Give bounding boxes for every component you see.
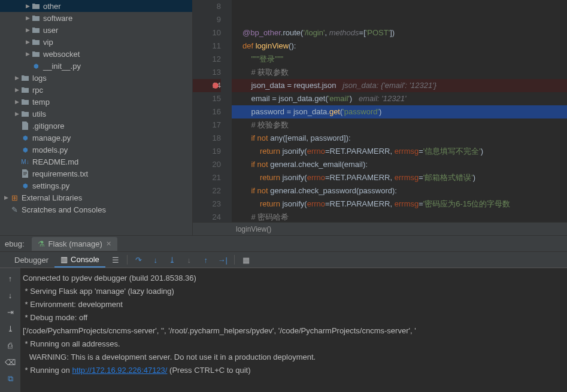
tab-console[interactable]: ▥ Console: [54, 253, 105, 268]
python-console-icon[interactable]: ⧉: [4, 372, 17, 385]
tree-item-requirements-txt[interactable]: requirements.txt: [0, 168, 192, 180]
tree-item-other[interactable]: ▶other: [0, 0, 192, 12]
step-out-icon[interactable]: ↑: [201, 254, 211, 265]
line-number[interactable]: 12: [193, 53, 221, 66]
tree-item-websocket[interactable]: ▶websocket: [0, 48, 192, 60]
tab-debugger[interactable]: Debugger: [8, 253, 54, 267]
tree-label: README.md: [32, 157, 78, 166]
line-number[interactable]: 21: [193, 171, 221, 184]
code-line[interactable]: # 校验参数: [232, 118, 567, 132]
tree-label: settings.py: [32, 181, 69, 190]
line-number[interactable]: 10: [193, 26, 221, 39]
code-line[interactable]: return jsonify(errno=RET.PARAMERR, errms…: [232, 197, 567, 211]
tree-item-manage-py[interactable]: ⬢manage.py: [0, 132, 192, 144]
code-line[interactable]: @bp_other.route('/login', methods=['POST…: [232, 26, 567, 39]
step-into-my-icon[interactable]: ⤓: [167, 254, 178, 265]
line-number[interactable]: 15: [193, 92, 221, 105]
line-number[interactable]: 16: [193, 105, 221, 118]
code-line[interactable]: [232, 13, 567, 26]
code-editor[interactable]: 89101112131415161718192021222324 @bp_oth…: [193, 0, 567, 235]
console-line: * Debug mode: off: [23, 311, 565, 324]
tree-item-rpc[interactable]: ▶rpc: [0, 84, 192, 96]
line-number[interactable]: 19: [193, 145, 221, 158]
chevron-icon: ▶: [24, 15, 31, 21]
run-to-cursor-icon[interactable]: →|: [217, 254, 228, 265]
console-line: Connected to pydev debugger (build 201.8…: [23, 272, 565, 285]
code-line[interactable]: def loginView():: [232, 39, 567, 53]
line-number[interactable]: 22: [193, 184, 221, 197]
tree-item-user[interactable]: ▶user: [0, 24, 192, 36]
file-icon: [20, 121, 30, 130]
tree-item---init---py[interactable]: ⬢__init__.py: [0, 60, 192, 72]
code-line[interactable]: [232, 0, 567, 13]
tree-item-software[interactable]: ▶software: [0, 12, 192, 24]
md-icon: M↓: [20, 157, 30, 166]
code-line[interactable]: """登录""": [232, 53, 567, 66]
chevron-icon: ▶: [24, 27, 31, 33]
code-line[interactable]: if not general.check_password(password):: [232, 184, 567, 197]
line-number[interactable]: 24: [193, 211, 221, 222]
project-tree[interactable]: ▶other▶software▶user▶vip▶websocket⬢__ini…: [0, 0, 193, 235]
close-icon[interactable]: ✕: [106, 240, 111, 248]
code-area[interactable]: @bp_other.route('/login', methods=['POST…: [232, 0, 567, 222]
tree-item-utils[interactable]: ▶utils: [0, 108, 192, 120]
run-config-tab[interactable]: ⚗ Flask (manage) ✕: [32, 237, 117, 251]
code-line[interactable]: # 密码哈希: [232, 211, 567, 222]
tree-item-logs[interactable]: ▶logs: [0, 72, 192, 84]
code-line[interactable]: if not any([email, password]):: [232, 132, 567, 145]
folder-icon: [20, 98, 30, 106]
tree-item-settings-py[interactable]: ⬢settings.py: [0, 180, 192, 192]
breakpoint-icon[interactable]: [213, 83, 219, 89]
soft-wrap-icon[interactable]: ⇥: [4, 305, 17, 318]
code-line[interactable]: # 获取参数: [232, 66, 567, 79]
code-line[interactable]: return jsonify(errno=RET.PARAMERR, errms…: [232, 171, 567, 184]
tree-label: logs: [32, 74, 47, 83]
code-line[interactable]: if not general.check_email(email):: [232, 158, 567, 171]
line-number[interactable]: 14: [193, 79, 221, 92]
tree-item-vip[interactable]: ▶vip: [0, 36, 192, 48]
code-line[interactable]: return jsonify(errno=RET.PARAMERR, errms…: [232, 145, 567, 158]
folder-icon: [20, 86, 30, 94]
scroll-down-icon[interactable]: ↓: [4, 288, 17, 302]
line-number[interactable]: 11: [193, 39, 221, 53]
layout-icon[interactable]: ☰: [110, 254, 121, 265]
step-into-icon[interactable]: ↓: [150, 254, 161, 265]
scroll-to-end-icon[interactable]: ⤓: [4, 322, 17, 335]
line-number[interactable]: 9: [193, 13, 221, 26]
console-output[interactable]: Connected to pydev debugger (build 201.8…: [20, 268, 567, 392]
force-step-icon[interactable]: ↓: [184, 254, 195, 265]
tree-item--gitignore[interactable]: .gitignore: [0, 120, 192, 132]
tree-label: manage.py: [32, 133, 71, 142]
tree-item-readme-md[interactable]: M↓README.md: [0, 156, 192, 168]
editor-gutter[interactable]: 89101112131415161718192021222324: [193, 0, 232, 222]
evaluate-icon[interactable]: ▦: [241, 254, 251, 265]
step-over-icon[interactable]: ↷: [134, 254, 144, 265]
debug-tool-label: ebug:: [0, 239, 29, 248]
chevron-icon: ▶: [24, 39, 31, 45]
tree-label: Scratches and Consoles: [22, 205, 106, 214]
tree-label: models.py: [32, 145, 68, 154]
console-line: WARNING: This is a development server. D…: [23, 351, 565, 364]
line-number[interactable]: 23: [193, 197, 221, 211]
scroll-up-icon[interactable]: ↑: [4, 272, 17, 285]
tree-item-scratches-and-consoles[interactable]: ✎Scratches and Consoles: [0, 203, 192, 215]
py-icon: ⬢: [31, 62, 41, 70]
line-number[interactable]: 17: [193, 118, 221, 132]
code-line[interactable]: json_data = request.json json_data: {'em…: [232, 79, 567, 92]
tree-item-external-libraries[interactable]: ▶⊞External Libraries: [0, 192, 192, 203]
line-number[interactable]: 13: [193, 66, 221, 79]
code-line[interactable]: email = json_data.get('email') email: '1…: [232, 92, 567, 105]
code-line[interactable]: password = json_data.get('password'): [232, 105, 567, 118]
tree-label: rpc: [32, 86, 43, 95]
print-icon[interactable]: ⎙: [4, 339, 17, 352]
line-number[interactable]: 18: [193, 132, 221, 145]
line-number[interactable]: 20: [193, 158, 221, 171]
tree-label: utils: [32, 110, 46, 118]
clear-icon[interactable]: ⌫: [4, 355, 17, 369]
tree-label: other: [43, 2, 61, 11]
tree-item-temp[interactable]: ▶temp: [0, 96, 192, 108]
tree-item-models-py[interactable]: ⬢models.py: [0, 144, 192, 156]
breadcrumb[interactable]: loginView(): [193, 222, 567, 235]
tree-label: user: [43, 26, 58, 35]
line-number[interactable]: 8: [193, 0, 221, 13]
